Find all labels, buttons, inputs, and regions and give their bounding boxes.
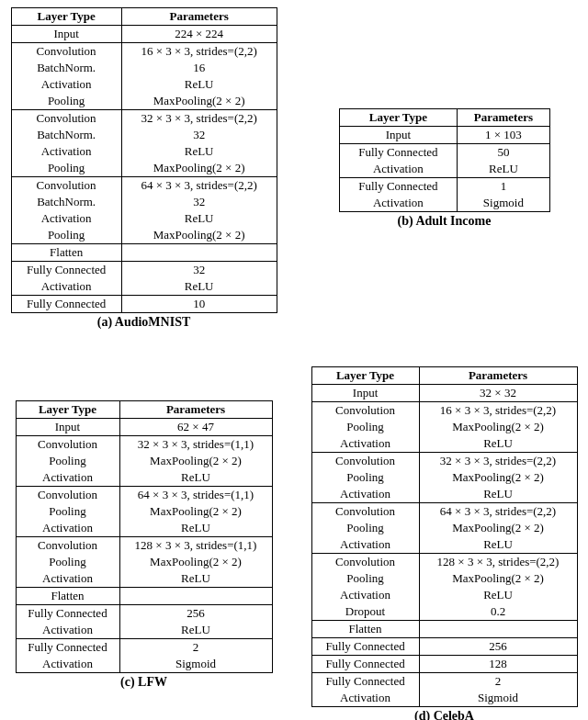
table-row: Input32 × 32 xyxy=(311,385,577,402)
table-cell: ReLU xyxy=(121,76,277,93)
table-cell: ReLU xyxy=(419,435,577,453)
table-row: ActivationReLU xyxy=(11,76,277,93)
table-audiomnist: Layer TypeParametersInput224 × 224Convol… xyxy=(11,7,277,313)
table-cell: Pooling xyxy=(16,453,119,469)
table-row: ActivationReLU xyxy=(11,278,277,296)
table-cell: Convolution xyxy=(11,177,121,195)
table-cell: Input xyxy=(339,127,458,144)
table-cell: 2 xyxy=(119,639,272,657)
table-row: Flatten xyxy=(11,244,277,262)
table-cell: ReLU xyxy=(121,210,277,227)
table-cell: ReLU xyxy=(119,570,272,588)
table-cell: 224 × 224 xyxy=(121,26,277,43)
column-header: Layer Type xyxy=(11,8,121,26)
table-row: ActivationReLU xyxy=(16,469,272,487)
subfigure-a: Layer TypeParametersInput224 × 224Convol… xyxy=(7,7,280,330)
table-row: PoolingMaxPooling(2 × 2) xyxy=(16,453,272,469)
table-cell: 10 xyxy=(121,296,277,313)
table-cell: Convolution xyxy=(311,453,419,470)
table-row: ActivationReLU xyxy=(16,570,272,588)
table-row: Fully Connected10 xyxy=(11,296,277,313)
table-cell: 32 xyxy=(121,127,277,143)
table-row: Fully Connected1 xyxy=(339,178,549,196)
table-row: PoolingMaxPooling(2 × 2) xyxy=(311,419,577,435)
table-cell: Convolution xyxy=(311,402,419,420)
table-cell: 16 × 3 × 3, strides=(2,2) xyxy=(419,402,577,420)
table-cell: MaxPooling(2 × 2) xyxy=(119,453,272,469)
table-row: Convolution16 × 3 × 3, strides=(2,2) xyxy=(311,402,577,420)
table-cell: MaxPooling(2 × 2) xyxy=(419,520,577,536)
table-cell: Fully Connected xyxy=(339,144,458,162)
table-row: Convolution64 × 3 × 3, strides=(1,1) xyxy=(16,487,272,504)
caption-a: (a) AudioMNIST xyxy=(97,315,191,330)
column-header: Parameters xyxy=(119,401,272,419)
table-cell: Activation xyxy=(16,520,119,537)
table-cell: MaxPooling(2 × 2) xyxy=(119,503,272,520)
table-cell xyxy=(119,588,272,605)
table-row: ActivationReLU xyxy=(311,536,577,554)
table-cell: Convolution xyxy=(11,43,121,61)
table-row: Fully Connected128 xyxy=(311,656,577,673)
table-row: Convolution128 × 3 × 3, strides=(2,2) xyxy=(311,554,577,571)
table-cell: Input xyxy=(16,419,119,436)
table-cell: ReLU xyxy=(419,536,577,554)
table-cell: Fully Connected xyxy=(16,605,119,623)
table-cell: Activation xyxy=(16,469,119,487)
table-cell: BatchNorm. xyxy=(11,127,121,143)
table-cell: 32 × 3 × 3, strides=(2,2) xyxy=(419,453,577,470)
table-cell: 128 × 3 × 3, strides=(1,1) xyxy=(119,537,272,555)
table-cell: Pooling xyxy=(11,227,121,244)
column-header: Parameters xyxy=(458,109,549,127)
table-row: ActivationSigmoid xyxy=(16,656,272,673)
table-cell: 32 xyxy=(121,262,277,279)
table-row: ActivationReLU xyxy=(16,520,272,537)
table-row: PoolingMaxPooling(2 × 2) xyxy=(311,520,577,536)
table-row: ActivationReLU xyxy=(11,210,277,227)
table-cell: ReLU xyxy=(121,278,277,296)
table-row: Input1 × 103 xyxy=(339,127,549,144)
table-cell: MaxPooling(2 × 2) xyxy=(119,554,272,570)
column-header: Layer Type xyxy=(311,367,419,385)
table-row: Convolution16 × 3 × 3, strides=(2,2) xyxy=(11,43,277,61)
column-header: Parameters xyxy=(121,8,277,26)
table-celeba: Layer TypeParametersInput32 × 32Convolut… xyxy=(311,366,578,707)
table-cell: 32 xyxy=(121,194,277,210)
table-row: Fully Connected256 xyxy=(16,605,272,623)
table-cell: Pooling xyxy=(16,503,119,520)
table-cell: Activation xyxy=(311,587,419,603)
table-row: ActivationReLU xyxy=(11,143,277,160)
table-cell: Fully Connected xyxy=(11,262,121,279)
table-cell: 32 × 3 × 3, strides=(2,2) xyxy=(121,110,277,128)
table-cell: Convolution xyxy=(311,554,419,571)
table-cell: Activation xyxy=(11,278,121,296)
table-row: PoolingMaxPooling(2 × 2) xyxy=(11,227,277,244)
table-row: PoolingMaxPooling(2 × 2) xyxy=(11,160,277,177)
table-cell: Fully Connected xyxy=(311,673,419,691)
table-row: Fully Connected2 xyxy=(16,639,272,657)
table-row: Convolution32 × 3 × 3, strides=(2,2) xyxy=(311,453,577,470)
table-row: Convolution32 × 3 × 3, strides=(1,1) xyxy=(16,436,272,454)
table-cell: Input xyxy=(11,26,121,43)
table-cell: Pooling xyxy=(311,419,419,435)
table-cell: Input xyxy=(311,385,419,402)
table-row: Input224 × 224 xyxy=(11,26,277,43)
table-cell: 16 xyxy=(121,60,277,76)
table-row: ActivationSigmoid xyxy=(311,690,577,707)
table-cell: Activation xyxy=(16,622,119,639)
table-cell: Flatten xyxy=(311,621,419,638)
table-cell: Activation xyxy=(11,76,121,93)
table-cell: Activation xyxy=(311,435,419,453)
table-cell: Activation xyxy=(11,143,121,160)
table-cell: Fully Connected xyxy=(16,639,119,657)
table-cell: 32 × 32 xyxy=(419,385,577,402)
table-cell: BatchNorm. xyxy=(11,194,121,210)
table-cell: Flatten xyxy=(16,588,119,605)
table-row: ActivationReLU xyxy=(311,435,577,453)
table-cell: Dropout xyxy=(311,603,419,621)
table-cell: Pooling xyxy=(311,469,419,486)
table-cell: Sigmoid xyxy=(119,656,272,673)
caption-b: (b) Adult Income xyxy=(398,214,492,229)
table-cell: Sigmoid xyxy=(419,690,577,707)
table-row: ActivationReLU xyxy=(311,587,577,603)
table-row: PoolingMaxPooling(2 × 2) xyxy=(16,503,272,520)
